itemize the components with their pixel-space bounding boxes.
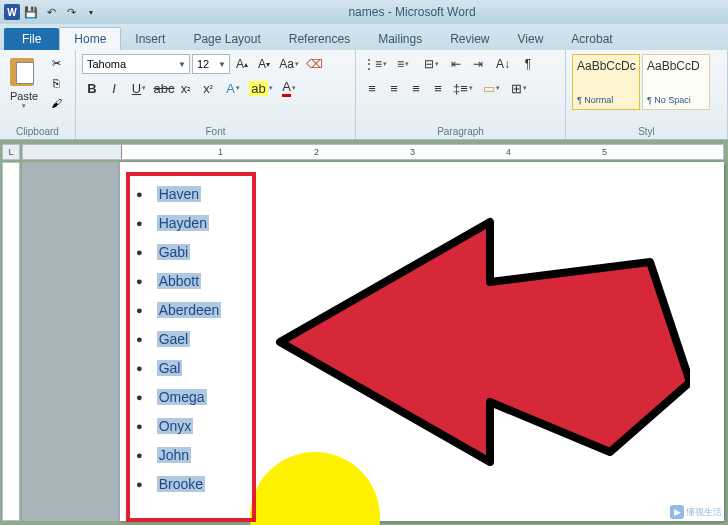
list-item[interactable]: ●Gael <box>136 331 246 347</box>
list-item[interactable]: ●Aberdeen <box>136 302 246 318</box>
strikethrough-button[interactable]: abc <box>154 78 174 98</box>
decrease-indent-button[interactable]: ⇤ <box>446 54 466 74</box>
list-item[interactable]: ●Gal <box>136 360 246 376</box>
bullet-icon: ● <box>136 304 143 316</box>
redo-button[interactable]: ↷ <box>62 3 80 21</box>
tab-page-layout[interactable]: Page Layout <box>179 28 274 50</box>
watermark-icon: ▶ <box>670 505 684 519</box>
superscript-button[interactable]: x² <box>198 78 218 98</box>
align-left-button[interactable]: ≡ <box>362 78 382 98</box>
bullet-icon: ● <box>136 362 143 374</box>
copy-button[interactable]: ⎘ <box>46 74 66 92</box>
tab-references[interactable]: References <box>275 28 364 50</box>
chevron-down-icon: ▼ <box>218 60 226 69</box>
title-bar: W 💾 ↶ ↷ ▾ names - Microsoft Word <box>0 0 728 24</box>
group-paragraph: ⋮≡▾ ≡▾ ⊟▾ ⇤ ⇥ A↓ ¶ ≡ ≡ ≡ ≡ ‡≡▾ ▭▾ ⊞▾ Par… <box>356 50 566 139</box>
list-item[interactable]: ●Gabi <box>136 244 246 260</box>
group-styles: AaBbCcDc ¶ Normal AaBbCcD ¶ No Spaci Sty… <box>566 50 728 139</box>
paste-button[interactable]: Paste ▾ <box>6 54 42 112</box>
word-app-icon: W <box>4 4 20 20</box>
bullet-icon: ● <box>136 275 143 287</box>
subscript-button[interactable]: x₂ <box>176 78 196 98</box>
chevron-down-icon: ▼ <box>178 60 186 69</box>
bullet-icon: ● <box>136 246 143 258</box>
bullet-icon: ● <box>136 449 143 461</box>
numbering-button[interactable]: ≡▾ <box>390 54 416 74</box>
underline-button[interactable]: U▾ <box>126 78 152 98</box>
names-list: ●Haven ●Hayden ●Gabi ●Abbott ●Aberdeen ●… <box>136 186 246 492</box>
italic-button[interactable]: I <box>104 78 124 98</box>
list-item[interactable]: ●Abbott <box>136 273 246 289</box>
format-painter-button[interactable]: 🖌 <box>46 94 66 112</box>
bullet-icon: ● <box>136 420 143 432</box>
tab-review[interactable]: Review <box>436 28 503 50</box>
clear-formatting-button[interactable]: ⌫ <box>304 54 324 74</box>
line-spacing-button[interactable]: ‡≡▾ <box>450 78 476 98</box>
align-right-button[interactable]: ≡ <box>406 78 426 98</box>
justify-button[interactable]: ≡ <box>428 78 448 98</box>
align-center-button[interactable]: ≡ <box>384 78 404 98</box>
bullets-button[interactable]: ⋮≡▾ <box>362 54 388 74</box>
tab-view[interactable]: View <box>504 28 558 50</box>
show-marks-button[interactable]: ¶ <box>518 54 538 74</box>
list-item[interactable]: ●John <box>136 447 246 463</box>
list-item[interactable]: ●Hayden <box>136 215 246 231</box>
bullet-icon: ● <box>136 188 143 200</box>
list-item[interactable]: ●Omega <box>136 389 246 405</box>
selection-highlight-box: ●Haven ●Hayden ●Gabi ●Abbott ●Aberdeen ●… <box>126 172 256 522</box>
change-case-button[interactable]: Aa▾ <box>276 54 302 74</box>
tab-insert[interactable]: Insert <box>121 28 179 50</box>
tab-mailings[interactable]: Mailings <box>364 28 436 50</box>
style-normal[interactable]: AaBbCcDc ¶ Normal <box>572 54 640 110</box>
qat-customize-dropdown[interactable]: ▾ <box>82 3 100 21</box>
group-font: Tahoma ▼ 12 ▼ A▴ A▾ Aa▾ ⌫ B I U▾ abc x₂ … <box>76 50 356 139</box>
font-color-button[interactable]: A▾ <box>276 78 302 98</box>
font-name-combo[interactable]: Tahoma ▼ <box>82 54 190 74</box>
bullet-icon: ● <box>136 217 143 229</box>
file-tab[interactable]: File <box>4 28 59 50</box>
document-area: ●Haven ●Hayden ●Gabi ●Abbott ●Aberdeen ●… <box>22 162 724 521</box>
multilevel-list-button[interactable]: ⊟▾ <box>418 54 444 74</box>
shading-button[interactable]: ▭▾ <box>478 78 504 98</box>
list-item[interactable]: ●Onyx <box>136 418 246 434</box>
font-size-combo[interactable]: 12 ▼ <box>192 54 230 74</box>
save-button[interactable]: 💾 <box>22 3 40 21</box>
tab-home[interactable]: Home <box>59 27 121 50</box>
bullet-icon: ● <box>136 391 143 403</box>
list-item[interactable]: ●Brooke <box>136 476 246 492</box>
sort-button[interactable]: A↓ <box>490 54 516 74</box>
undo-button[interactable]: ↶ <box>42 3 60 21</box>
tab-acrobat[interactable]: Acrobat <box>557 28 626 50</box>
ruler-corner[interactable]: L <box>2 144 20 160</box>
vertical-ruler[interactable] <box>2 162 20 521</box>
highlight-button[interactable]: ab▾ <box>248 78 274 98</box>
horizontal-ruler[interactable]: 1 2 3 4 5 <box>22 144 724 160</box>
text-effects-button[interactable]: A▾ <box>220 78 246 98</box>
paste-icon <box>8 56 40 88</box>
window-title: names - Microsoft Word <box>100 5 724 19</box>
style-no-spacing[interactable]: AaBbCcD ¶ No Spaci <box>642 54 710 110</box>
grow-font-button[interactable]: A▴ <box>232 54 252 74</box>
document-page[interactable]: ●Haven ●Hayden ●Gabi ●Abbott ●Aberdeen ●… <box>120 162 724 521</box>
bullet-icon: ● <box>136 333 143 345</box>
bold-button[interactable]: B <box>82 78 102 98</box>
red-arrow-annotation <box>270 202 690 482</box>
borders-button[interactable]: ⊞▾ <box>506 78 532 98</box>
list-item[interactable]: ●Haven <box>136 186 246 202</box>
group-clipboard: Paste ▾ ✂ ⎘ 🖌 Clipboard <box>0 50 76 139</box>
cut-button[interactable]: ✂ <box>46 54 66 72</box>
watermark: ▶ 懂视生活 <box>670 505 722 519</box>
bullet-icon: ● <box>136 478 143 490</box>
increase-indent-button[interactable]: ⇥ <box>468 54 488 74</box>
svg-marker-0 <box>280 222 690 462</box>
ribbon: Paste ▾ ✂ ⎘ 🖌 Clipboard Tahoma ▼ 12 ▼ <box>0 50 728 140</box>
shrink-font-button[interactable]: A▾ <box>254 54 274 74</box>
ribbon-tabs: File Home Insert Page Layout References … <box>0 24 728 50</box>
